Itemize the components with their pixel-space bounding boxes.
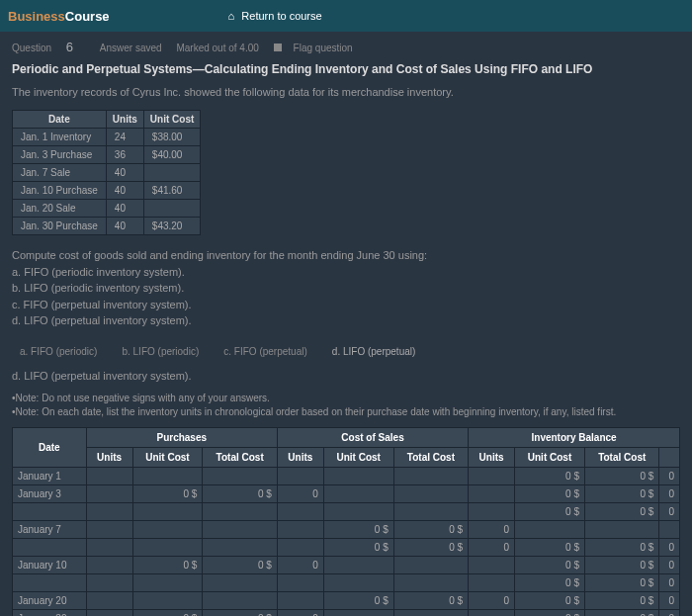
cell-input[interactable] xyxy=(393,484,468,502)
cell-input[interactable] xyxy=(469,573,515,591)
cell-input[interactable] xyxy=(203,502,277,520)
cell-input[interactable]: 0 $ xyxy=(584,502,658,520)
cell-input[interactable]: 0 xyxy=(659,573,680,591)
cell-input[interactable]: 0 $ xyxy=(515,484,585,502)
cell-input[interactable]: 0 $ xyxy=(393,591,468,609)
cell-input[interactable] xyxy=(203,591,277,609)
cell-input[interactable]: 0 $ xyxy=(584,609,658,616)
cell-input[interactable]: 0 xyxy=(277,484,323,502)
cell-input[interactable] xyxy=(323,502,393,520)
cell-input[interactable] xyxy=(393,467,468,484)
cell-date xyxy=(13,502,87,520)
cell-input[interactable]: 0 $ xyxy=(584,484,658,502)
cell-input[interactable]: 0 xyxy=(469,538,515,556)
cell-input[interactable]: 0 $ xyxy=(132,556,203,573)
cell-input[interactable] xyxy=(323,484,393,502)
cell-input[interactable] xyxy=(132,591,203,609)
cell-input[interactable] xyxy=(203,467,277,484)
cell-input[interactable]: 0 $ xyxy=(515,502,585,520)
cell-input[interactable]: 0 $ xyxy=(515,538,585,556)
cell-input[interactable] xyxy=(86,609,132,616)
cell-input[interactable]: 0 xyxy=(659,467,680,484)
cell-input[interactable] xyxy=(323,609,393,616)
cell-input[interactable]: 0 $ xyxy=(323,520,393,538)
cell-input[interactable] xyxy=(86,591,132,609)
cell-input[interactable]: 0 $ xyxy=(515,591,585,609)
cell-input[interactable] xyxy=(469,502,515,520)
cell-input[interactable]: 0 $ xyxy=(584,556,658,573)
cell-input[interactable]: 0 $ xyxy=(393,538,468,556)
cell-input[interactable] xyxy=(86,484,132,502)
cell-input[interactable]: 0 $ xyxy=(203,556,277,573)
cell-input[interactable] xyxy=(323,467,393,484)
cell-input[interactable]: 0 $ xyxy=(584,467,658,484)
return-link[interactable]: ⌂ Return to course xyxy=(228,10,322,22)
cell-input[interactable] xyxy=(86,538,132,556)
cell-input[interactable] xyxy=(515,520,585,538)
cell-input[interactable] xyxy=(469,467,515,484)
cell-input[interactable]: 0 $ xyxy=(515,573,585,591)
cell-input[interactable]: 0 $ xyxy=(323,538,393,556)
cell-input[interactable]: 0 $ xyxy=(515,467,585,484)
cell-input[interactable]: 0 xyxy=(659,502,680,520)
tab-lifo-perpetual[interactable]: d. LIFO (perpetual) xyxy=(324,343,423,360)
cell-input[interactable]: 0 $ xyxy=(393,520,468,538)
cell-input[interactable] xyxy=(132,502,203,520)
cell-input[interactable]: 0 $ xyxy=(584,591,658,609)
cell-input[interactable]: 0 $ xyxy=(584,573,658,591)
cell-input[interactable]: 0 $ xyxy=(203,609,277,616)
cell-input[interactable] xyxy=(203,573,277,591)
cell-input[interactable] xyxy=(277,467,323,484)
cell-input[interactable] xyxy=(659,520,680,538)
compute-block: Compute cost of goods sold and ending in… xyxy=(12,247,680,329)
cell-input[interactable] xyxy=(132,538,203,556)
flag-question[interactable]: Flag question xyxy=(274,43,365,53)
cell-input[interactable]: 0 $ xyxy=(515,609,585,616)
cell-input[interactable]: 0 $ xyxy=(584,538,658,556)
cell-input[interactable] xyxy=(203,520,277,538)
cell-input[interactable]: 0 $ xyxy=(132,484,203,502)
cell-input[interactable] xyxy=(277,502,323,520)
cell-input[interactable] xyxy=(323,556,393,573)
cell-input[interactable] xyxy=(86,556,132,573)
cell-input[interactable]: 0 xyxy=(277,556,323,573)
cell-input[interactable] xyxy=(469,609,515,616)
cell-input[interactable]: 0 xyxy=(659,609,680,616)
cell-input[interactable] xyxy=(86,573,132,591)
tab-fifo-periodic[interactable]: a. FIFO (periodic) xyxy=(12,343,105,360)
cell-input[interactable] xyxy=(132,573,203,591)
h-units: Units xyxy=(277,447,323,467)
cell-input[interactable] xyxy=(277,520,323,538)
cell-input[interactable] xyxy=(132,467,203,484)
cell-input[interactable] xyxy=(584,520,658,538)
cell-input[interactable] xyxy=(277,538,323,556)
tab-fifo-perpetual[interactable]: c. FIFO (perpetual) xyxy=(216,343,314,360)
cell-input[interactable]: 0 xyxy=(659,538,680,556)
cell-input[interactable]: 0 $ xyxy=(203,484,277,502)
cell-input[interactable] xyxy=(203,538,277,556)
cell-input[interactable]: 0 xyxy=(277,609,323,616)
cell-input[interactable] xyxy=(393,502,468,520)
cell-input[interactable] xyxy=(393,609,468,616)
cell-input[interactable] xyxy=(277,591,323,609)
cell-input[interactable] xyxy=(86,467,132,484)
cell-input[interactable] xyxy=(469,484,515,502)
cell-input[interactable]: 0 xyxy=(659,591,680,609)
cell-input[interactable]: 0 xyxy=(469,591,515,609)
cell-input[interactable] xyxy=(393,556,468,573)
table-row: 0 $0 $0 xyxy=(13,573,680,591)
cell-input[interactable]: 0 $ xyxy=(323,591,393,609)
cell-input[interactable]: 0 $ xyxy=(515,556,585,573)
cell-input[interactable]: 0 xyxy=(659,556,680,573)
tab-lifo-periodic[interactable]: b. LIFO (periodic) xyxy=(114,343,207,360)
cell-input[interactable]: 0 xyxy=(659,484,680,502)
cell-input[interactable] xyxy=(132,520,203,538)
cell-input[interactable] xyxy=(393,573,468,591)
cell-input[interactable]: 0 xyxy=(469,520,515,538)
cell-input[interactable]: 0 $ xyxy=(132,609,203,616)
cell-input[interactable] xyxy=(277,573,323,591)
cell-input[interactable] xyxy=(469,556,515,573)
cell-input[interactable] xyxy=(86,502,132,520)
cell-input[interactable] xyxy=(323,573,393,591)
cell-input[interactable] xyxy=(86,520,132,538)
